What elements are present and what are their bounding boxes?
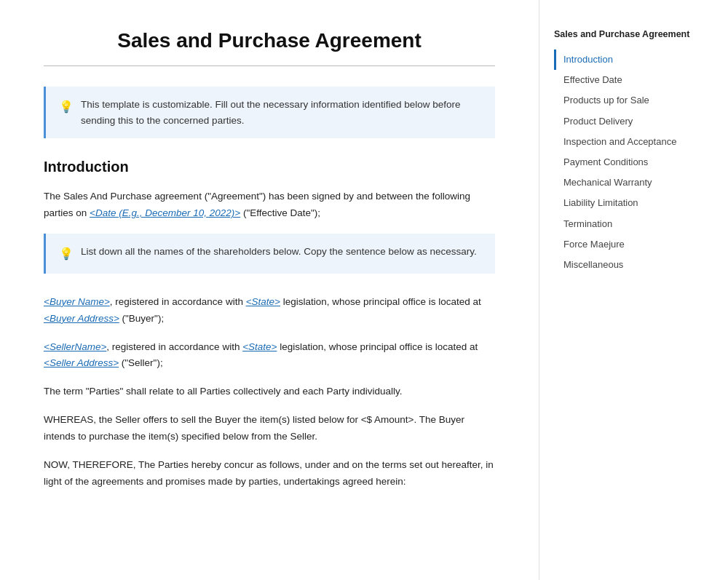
seller-after: legislation, whose principal office is l…: [277, 341, 478, 352]
seller-end: ("Seller");: [119, 357, 163, 368]
intro-paragraph-1: The Sales And Purchase agreement ("Agree…: [44, 188, 495, 222]
sidebar-nav-item-introduction[interactable]: Introduction: [554, 49, 692, 70]
buyer-middle: , registered in accordance with: [110, 296, 246, 307]
sidebar-nav-item-mechanical-warranty[interactable]: Mechanical Warranty: [554, 172, 692, 193]
seller-middle: , registered in accordance with: [106, 341, 242, 352]
sidebar: Sales and Purchase Agreement Introductio…: [539, 0, 706, 580]
paragraph-2: The term "Parties" shall relate to all P…: [44, 384, 495, 400]
buyer-name-link[interactable]: <Buyer Name>: [44, 296, 110, 307]
sidebar-nav-item-effective-date[interactable]: Effective Date: [554, 70, 692, 90]
sidebar-nav: IntroductionEffective DateProducts up fo…: [554, 49, 692, 275]
buyer-block: <Buyer Name>, registered in accordance w…: [44, 294, 495, 327]
seller-address-link[interactable]: <Seller Address>: [44, 357, 119, 368]
seller-name-link[interactable]: <SellerName>: [44, 341, 106, 352]
sidebar-nav-item-inspection-and-acceptance[interactable]: Inspection and Acceptance: [554, 132, 692, 152]
intro-p1-after: ("Effective Date");: [240, 207, 320, 218]
buyer-after: legislation, whose principal office is l…: [280, 296, 481, 307]
info-box-2: 💡 List down all the names of the shareho…: [44, 234, 495, 274]
bulb-icon-2: 💡: [59, 245, 74, 263]
document-title: Sales and Purchase Agreement: [44, 29, 495, 52]
buyer-state-link[interactable]: <State>: [246, 296, 280, 307]
sidebar-nav-item-liability-limitation[interactable]: Liability Limitation: [554, 193, 692, 213]
introduction-title: Introduction: [44, 159, 495, 175]
seller-block: <SellerName>, registered in accordance w…: [44, 339, 495, 373]
title-divider: [44, 65, 495, 66]
buyer-address-link[interactable]: <Buyer Address>: [44, 313, 119, 324]
sidebar-doc-title: Sales and Purchase Agreement: [554, 29, 692, 39]
date-link[interactable]: <Date (E.g., December 10, 2022)>: [90, 207, 240, 218]
paragraph-3: WHEREAS, the Seller offers to sell the B…: [44, 412, 495, 445]
main-content: Sales and Purchase Agreement 💡 This temp…: [0, 0, 539, 580]
info-box-2-text: List down all the names of the sharehold…: [81, 244, 477, 260]
buyer-end: ("Buyer");: [119, 313, 164, 324]
seller-state-link[interactable]: <State>: [242, 341, 277, 352]
info-box-1-text: This template is customizable. Fill out …: [81, 97, 482, 128]
sidebar-nav-item-miscellaneous[interactable]: Miscellaneous: [554, 255, 692, 275]
info-box-1: 💡 This template is customizable. Fill ou…: [44, 87, 495, 138]
sidebar-nav-item-product-delivery[interactable]: Product Delivery: [554, 111, 692, 132]
sidebar-nav-item-force-maejure[interactable]: Force Maejure: [554, 234, 692, 255]
bulb-icon-1: 💡: [59, 98, 74, 116]
sidebar-nav-item-payment-conditions[interactable]: Payment Conditions: [554, 152, 692, 172]
sidebar-nav-item-termination[interactable]: Termination: [554, 214, 692, 234]
sidebar-nav-item-products-up-for-sale[interactable]: Products up for Sale: [554, 90, 692, 111]
paragraph-4: NOW, THEREFORE, The Parties hereby concu…: [44, 457, 495, 490]
